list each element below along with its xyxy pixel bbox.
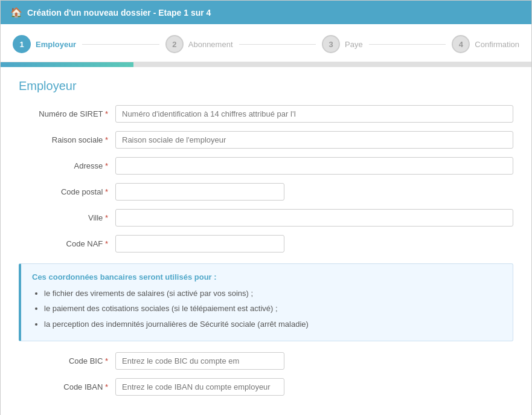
info-box: Ces coordonnées bancaires seront utilisé… (19, 263, 513, 341)
step-2: 2 Abonnement (165, 35, 233, 53)
form-content: Employeur Numéro de SIRET * Raison socia… (1, 67, 531, 415)
iban-input[interactable] (115, 378, 284, 396)
adresse-label: Adresse * (19, 161, 115, 170)
step-4: 4 Confirmation (452, 35, 519, 53)
progress-bar (1, 62, 133, 67)
page-title: Création d'un nouveau dossier - Etape 1 … (27, 8, 211, 18)
ville-input[interactable] (115, 209, 513, 227)
raison-input[interactable] (115, 131, 513, 149)
step-3-label: Paye (345, 40, 363, 49)
home-icon: 🏠 (10, 7, 22, 18)
adresse-input[interactable] (115, 157, 513, 175)
step-divider-3 (369, 44, 446, 45)
step-2-circle: 2 (165, 35, 184, 53)
progress-container (1, 62, 531, 67)
step-divider-1 (82, 44, 159, 45)
info-item-3: la perception des indemnités journalière… (44, 317, 502, 331)
naf-label: Code NAF * (19, 239, 115, 248)
section-title: Employeur (19, 79, 513, 93)
naf-input[interactable] (115, 235, 284, 253)
info-item-2: le paiement des cotisations sociales (si… (44, 301, 502, 315)
steps-bar: 1 Employeur 2 Abonnement 3 Paye (1, 24, 531, 62)
info-item-1: le fichier des virements de salaires (si… (44, 286, 502, 300)
field-ville-row: Ville * (19, 209, 513, 227)
bic-input[interactable] (115, 352, 284, 370)
info-list: le fichier des virements de salaires (si… (32, 286, 502, 331)
iban-label: Code IBAN * (19, 382, 115, 391)
step-1: 1 Employeur (13, 35, 76, 53)
raison-label: Raison sociale * (19, 135, 115, 144)
field-codepostal-row: Code postal * (19, 183, 513, 201)
steps-container: 1 Employeur 2 Abonnement 3 Paye (13, 35, 519, 62)
field-naf-row: Code NAF * (19, 235, 513, 253)
field-raison-row: Raison sociale * (19, 131, 513, 149)
step-3-circle: 3 (322, 35, 340, 53)
ville-label: Ville * (19, 213, 115, 222)
step-3: 3 Paye (322, 35, 363, 53)
step-4-label: Confirmation (475, 40, 519, 49)
siret-input[interactable] (115, 105, 513, 123)
step-2-label: Abonnement (188, 40, 233, 49)
step-divider-2 (239, 44, 316, 45)
codepostal-input[interactable] (115, 183, 284, 201)
bic-label: Code BIC * (19, 356, 115, 365)
step-4-circle: 4 (452, 35, 470, 53)
info-title: Ces coordonnées bancaires seront utilisé… (32, 272, 502, 281)
field-adresse-row: Adresse * (19, 157, 513, 175)
field-siret-row: Numéro de SIRET * (19, 105, 513, 123)
field-bic-row: Code BIC * (19, 352, 513, 370)
siret-label: Numéro de SIRET * (19, 109, 115, 118)
codepostal-label: Code postal * (19, 187, 115, 196)
step-1-label: Employeur (36, 40, 76, 49)
step-1-circle: 1 (13, 35, 31, 53)
page-header: 🏠 Création d'un nouveau dossier - Etape … (1, 1, 531, 24)
field-iban-row: Code IBAN * (19, 378, 513, 396)
